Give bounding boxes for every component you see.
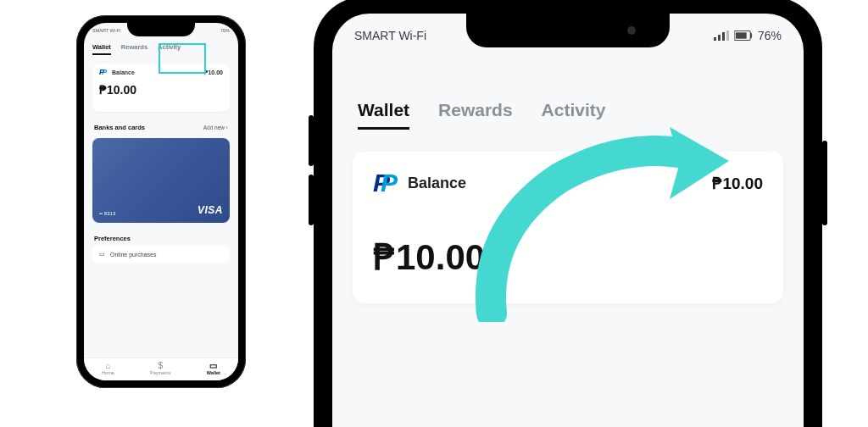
svg-rect-2 xyxy=(722,32,725,41)
battery-label: 76% xyxy=(220,28,230,33)
paypal-logo-icon: PP xyxy=(99,69,107,76)
notch-large xyxy=(466,14,670,47)
power-button xyxy=(822,141,827,225)
screen-large: SMART Wi-Fi 76% Wallet Rewards Activ xyxy=(332,14,804,427)
online-purchases-item[interactable]: ▭ Online purchases xyxy=(92,246,230,263)
monitor-icon: ▭ xyxy=(99,251,105,258)
dollar-icon: $ xyxy=(150,362,170,370)
tab-wallet[interactable]: Wallet xyxy=(92,43,111,55)
volume-up-button xyxy=(309,115,314,166)
svg-rect-3 xyxy=(726,30,729,41)
balance-header-left: PP Balance xyxy=(99,69,135,76)
svg-rect-0 xyxy=(714,37,716,41)
carrier-label: SMART Wi-Fi xyxy=(92,28,120,33)
banks-section-header: Banks and cards Add new › xyxy=(84,117,238,135)
nav-wallet-label: Wallet xyxy=(207,370,220,375)
battery-icon xyxy=(734,30,753,41)
balance-amount-large: ₱10.00 xyxy=(373,236,763,278)
svg-rect-1 xyxy=(718,35,721,41)
card-masked-number: •• 8313 xyxy=(99,211,115,216)
battery-label-large: 76% xyxy=(758,29,782,42)
nav-payments[interactable]: $ Payments xyxy=(150,362,170,375)
tabs-small: Wallet Rewards Activity xyxy=(84,33,238,58)
balance-label: Balance xyxy=(112,69,135,75)
balance-header: PP Balance ₱10.00 xyxy=(373,170,763,196)
balance-card-large[interactable]: PP Balance ₱10.00 ₱10.00 xyxy=(353,152,783,303)
phone-mockup-large: SMART Wi-Fi 76% Wallet Rewards Activ xyxy=(314,0,822,427)
tab-activity[interactable]: Activity xyxy=(158,43,181,55)
visa-logo: VISA xyxy=(198,204,223,216)
signal-icon xyxy=(714,30,729,41)
balance-big-amount: ₱10.00 xyxy=(99,76,223,107)
add-new-link[interactable]: Add new › xyxy=(203,125,228,130)
balance-small-amount: ₱10.00 xyxy=(204,69,223,76)
tab-wallet-large[interactable]: Wallet xyxy=(358,100,409,130)
balance-label-large: Balance xyxy=(408,175,466,192)
carrier-label-large: SMART Wi-Fi xyxy=(354,29,426,42)
balance-right-amount: ₱10.00 xyxy=(712,174,763,193)
banks-title: Banks and cards xyxy=(94,124,145,131)
tabs-large: Wallet Rewards Activity xyxy=(332,42,804,130)
tab-activity-large[interactable]: Activity xyxy=(542,100,606,130)
volume-down-button xyxy=(309,175,314,225)
svg-rect-5 xyxy=(750,33,752,38)
online-purchases-label: Online purchases xyxy=(110,252,156,258)
nav-wallet[interactable]: ▭ Wallet xyxy=(207,362,220,375)
bank-card[interactable]: •• 8313 VISA xyxy=(92,138,230,223)
screen-small: SMART Wi-Fi 76% Wallet Rewards Activity … xyxy=(84,23,238,380)
tab-rewards[interactable]: Rewards xyxy=(121,43,147,55)
bottom-nav: ⌂ Home $ Payments ▭ Wallet xyxy=(84,358,238,380)
home-icon: ⌂ xyxy=(102,362,114,370)
preferences-title: Preferences xyxy=(84,226,238,246)
notch-small xyxy=(127,23,195,36)
svg-rect-6 xyxy=(736,32,747,38)
nav-payments-label: Payments xyxy=(150,370,170,375)
balance-card-small[interactable]: PP Balance ₱10.00 ₱10.00 xyxy=(92,64,230,112)
wallet-icon: ▭ xyxy=(207,362,220,370)
paypal-logo-icon-large: PP xyxy=(373,170,398,196)
nav-home[interactable]: ⌂ Home xyxy=(102,362,114,375)
phone-mockup-small: SMART Wi-Fi 76% Wallet Rewards Activity … xyxy=(76,15,246,388)
tab-rewards-large[interactable]: Rewards xyxy=(438,100,513,130)
nav-home-label: Home xyxy=(102,370,114,375)
